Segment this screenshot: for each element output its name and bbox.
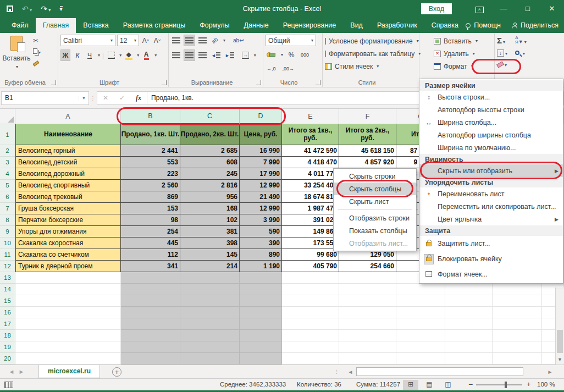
font-size-select[interactable]: 12▾ [117, 35, 139, 46]
cell-D19[interactable] [240, 341, 282, 353]
clipboard-dialog-launcher[interactable] [51, 80, 56, 85]
cell-E19[interactable] [282, 341, 339, 353]
cell-B4[interactable]: 223 [121, 168, 180, 180]
cell-C13[interactable] [180, 272, 240, 284]
row-header-2[interactable]: 2 [0, 145, 15, 157]
cell-E20[interactable] [282, 353, 339, 365]
cell-F2[interactable]: 45 618 150 [339, 145, 396, 157]
submenu-item-hide-rows[interactable]: Скрыть строки [334, 170, 416, 183]
maximize-button[interactable]: □ [516, 0, 540, 18]
normal-view-icon[interactable]: ⊞ [403, 380, 418, 390]
cell-D6[interactable]: 21 490 [240, 191, 282, 203]
ribbon-display-options-icon[interactable]: ˄ [467, 0, 491, 18]
cut-icon[interactable]: ✂ [33, 37, 41, 45]
cell-D14[interactable] [240, 284, 282, 295]
column-header-C[interactable]: C [180, 109, 240, 124]
cell-F19[interactable] [339, 341, 396, 353]
cell-C3[interactable]: 608 [180, 157, 240, 168]
cell-A14[interactable] [15, 284, 121, 295]
cell-E17[interactable] [282, 318, 339, 330]
sort-filter-icon[interactable]: АЯ▼▾ [515, 36, 527, 45]
row-header-14[interactable]: 14 [0, 284, 15, 295]
tab-data[interactable]: Данные [237, 18, 276, 33]
row-header-18[interactable]: 18 [0, 330, 15, 341]
row-header-12[interactable]: 12 [0, 261, 15, 272]
enter-icon[interactable]: ✓ [114, 94, 130, 102]
cell-D7[interactable]: 12 990 [240, 203, 282, 214]
formula-bar-splitter[interactable]: ⋮ [89, 95, 97, 101]
paste-button[interactable]: Вставить▾ [2, 35, 31, 70]
comma-style-icon[interactable]: 000 [300, 49, 310, 60]
cell-I14[interactable] [493, 284, 542, 295]
align-right-icon[interactable] [197, 49, 208, 61]
submenu-item-hide-sheet[interactable]: Скрыть лист [334, 195, 416, 208]
tab-insert[interactable]: Вставка [76, 18, 115, 33]
cell-C16[interactable] [180, 307, 240, 318]
cell-A20[interactable] [15, 353, 121, 365]
cell-B5[interactable]: 2 560 [121, 180, 180, 191]
format-button[interactable]: Формат▾ [422, 60, 492, 73]
cell-D4[interactable]: 17 990 [240, 168, 282, 180]
row-header-6[interactable]: 6 [0, 191, 15, 203]
row-header-19[interactable]: 19 [0, 341, 15, 353]
cell-D5[interactable]: 12 990 [240, 180, 282, 191]
vscroll-down-icon[interactable]: ▼ [556, 355, 564, 365]
cell-A15[interactable] [15, 295, 121, 307]
cell-I17[interactable] [493, 318, 542, 330]
column-header-D[interactable]: D [240, 109, 282, 124]
cell-G18[interactable] [396, 330, 445, 341]
cell-B11[interactable]: 112 [121, 249, 180, 261]
menu-item-hide-unhide[interactable]: Скрыть или отобразить▶ [419, 164, 563, 177]
row-header-4[interactable]: 4 [0, 168, 15, 180]
cell-C8[interactable]: 102 [180, 214, 240, 226]
shrink-font-icon[interactable]: A˅ [152, 35, 162, 46]
assistant-label[interactable]: Помощн [474, 21, 501, 29]
row-header-15[interactable]: 15 [0, 295, 15, 307]
row-header-16[interactable]: 16 [0, 307, 15, 318]
cell-F18[interactable] [339, 330, 396, 341]
cell-H14[interactable] [445, 284, 493, 295]
cell-A18[interactable] [15, 330, 121, 341]
cell-C17[interactable] [180, 318, 240, 330]
autosum-icon[interactable]: Σ▾ [497, 36, 507, 45]
cell-H17[interactable] [445, 318, 493, 330]
cell-D20[interactable] [240, 353, 282, 365]
cell-E14[interactable] [282, 284, 339, 295]
cell-A11[interactable]: Скакалка со счетчиком [15, 249, 121, 261]
menu-item-autofit-column-width[interactable]: Автоподбор ширины столбца [419, 129, 563, 141]
cell-C7[interactable]: 168 [180, 203, 240, 214]
cell-B6[interactable]: 869 [121, 191, 180, 203]
cell-B9[interactable]: 254 [121, 226, 180, 238]
cancel-icon[interactable]: ✕ [97, 94, 114, 102]
number-dialog-launcher[interactable] [316, 80, 320, 85]
find-select-icon[interactable]: ▾ [515, 49, 527, 57]
minimize-button[interactable]: — [491, 0, 516, 18]
cell-C2[interactable]: 2 685 [180, 145, 240, 157]
page-layout-view-icon[interactable]: ▤ [422, 380, 437, 390]
cell-D8[interactable]: 3 990 [240, 214, 282, 226]
cell-D17[interactable] [240, 318, 282, 330]
cell-E5[interactable]: 33 254 400 [282, 180, 339, 191]
row-header-17[interactable]: 17 [0, 318, 15, 330]
increase-indent-icon[interactable]: ► [224, 49, 235, 61]
orientation-icon[interactable]: ab [210, 35, 220, 46]
submenu-item-hide-columns[interactable]: Скрыть столбцы [334, 183, 416, 195]
conditional-formatting-button[interactable]: Условное форматирование▾ [325, 35, 417, 47]
fill-icon[interactable]: ↓▾ [497, 49, 507, 57]
accounting-format-icon[interactable] [266, 49, 277, 60]
cell-C1[interactable]: Продано, 2кв. Шт. [180, 124, 240, 145]
column-header-A[interactable]: A [15, 109, 121, 124]
font-dialog-launcher[interactable] [162, 80, 167, 85]
cell-B10[interactable]: 445 [121, 238, 180, 249]
cell-B18[interactable] [121, 330, 180, 341]
cell-H18[interactable] [445, 330, 493, 341]
copy-icon[interactable]: ▾ [33, 48, 41, 56]
submenu-item-unhide-columns[interactable]: Показать столбцы [334, 224, 416, 237]
cell-I19[interactable] [493, 341, 542, 353]
delete-cells-button[interactable]: Удалить▾ [422, 47, 492, 60]
font-color-icon[interactable]: А [141, 49, 151, 61]
cell-D10[interactable]: 390 [240, 238, 282, 249]
hscroll-thumb[interactable] [356, 367, 523, 376]
cell-D12[interactable]: 1 190 [240, 261, 282, 272]
cell-E10[interactable]: 173 550 [282, 238, 339, 249]
